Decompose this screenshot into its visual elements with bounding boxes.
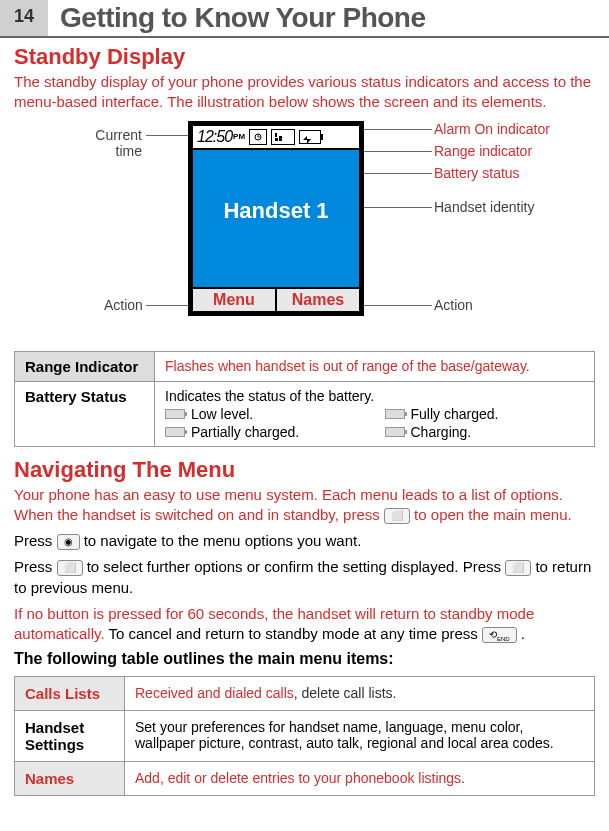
page-header: 14 Getting to Know Your Phone: [0, 0, 609, 38]
time-display: 12:50: [197, 128, 232, 146]
dpad-icon: ◉: [57, 534, 80, 550]
nav-paragraph-3: Press ⬜ to select further options or con…: [14, 557, 595, 598]
nav-paragraph-2: Press ◉ to navigate to the menu options …: [14, 531, 595, 551]
section-title-standby: Standby Display: [14, 44, 595, 70]
softkey-bar: Menu Names: [193, 287, 359, 311]
callout-alarm: Alarm On indicator: [434, 121, 550, 137]
battery-low: Low level.: [165, 406, 365, 422]
menu-calls-label: Calls Lists: [15, 677, 125, 711]
softkey-names: Names: [277, 289, 359, 311]
menu-handset-label: Handset Settings: [15, 711, 125, 762]
menu-calls-desc: Received and dialed calls, delete call l…: [125, 677, 595, 711]
phone-screen: 12:50PM Handset 1 Menu Names: [188, 121, 364, 316]
battery-icon: [299, 130, 321, 144]
range-icon: [271, 129, 295, 145]
battery-charging: Charging.: [385, 424, 585, 440]
battery-partial: Partially charged.: [165, 424, 365, 440]
end-key-icon: ⟲END: [482, 627, 517, 643]
callout-range: Range indicator: [434, 143, 532, 159]
battery-full-icon: [385, 409, 405, 419]
battery-charging-icon: [385, 427, 405, 437]
intro-part1: The: [14, 73, 44, 90]
range-indicator-desc: Flashes when handset is out of range of …: [155, 351, 595, 381]
callout-action-right: Action: [434, 297, 473, 313]
battery-low-icon: [165, 409, 185, 419]
nav-paragraph-4: If no button is pressed for 60 seconds, …: [14, 604, 595, 645]
intro-part2: display of your phone provides various s…: [14, 73, 591, 110]
svg-rect-4: [279, 136, 282, 141]
range-indicator-label: Range Indicator: [15, 351, 155, 381]
callout-battery: Battery status: [434, 165, 520, 181]
handset-identity-label: Handset 1: [193, 198, 359, 224]
menu-names-desc: Add, edit or delete entries to your phon…: [125, 762, 595, 796]
select-key-icon: ⬜: [57, 560, 83, 576]
battery-status-desc: Indicates the status of the battery.: [165, 388, 584, 404]
menu-table-intro: The following table outlines the main me…: [14, 650, 595, 668]
standby-intro: The standby display of your phone provid…: [14, 72, 595, 113]
softkey-menu: Menu: [193, 289, 277, 311]
callout-action-left: Action: [104, 297, 143, 313]
battery-status-cell: Indicates the status of the battery. Low…: [155, 381, 595, 446]
menu-handset-desc: Set your preferences for handset name, l…: [125, 711, 595, 762]
page-number: 14: [0, 0, 48, 36]
standby-diagram: Current time Alarm On indicator Range in…: [14, 121, 595, 341]
menu-items-table: Calls Lists Received and dialed calls, d…: [14, 676, 595, 796]
time-suffix: PM: [233, 132, 245, 141]
battery-status-label: Battery Status: [15, 381, 155, 446]
nav-paragraph-1: Your phone has an easy to use menu syste…: [14, 485, 595, 526]
battery-partial-icon: [165, 427, 185, 437]
status-bar: 12:50PM: [193, 126, 359, 150]
back-key-icon: ⬜: [505, 560, 531, 576]
alarm-icon: [249, 129, 267, 145]
svg-rect-3: [275, 138, 278, 141]
page-title: Getting to Know Your Phone: [48, 0, 438, 36]
status-indicator-table: Range Indicator Flashes when handset is …: [14, 351, 595, 447]
softkey-icon: ⬜: [384, 508, 410, 524]
callout-current-time: Current time: [82, 127, 142, 159]
callout-identity: Handset identity: [434, 199, 534, 215]
section-title-nav: Navigating The Menu: [14, 457, 595, 483]
menu-names-label: Names: [15, 762, 125, 796]
battery-full: Fully charged.: [385, 406, 585, 422]
svg-rect-5: [275, 133, 277, 137]
intro-highlight: standby: [44, 73, 97, 90]
